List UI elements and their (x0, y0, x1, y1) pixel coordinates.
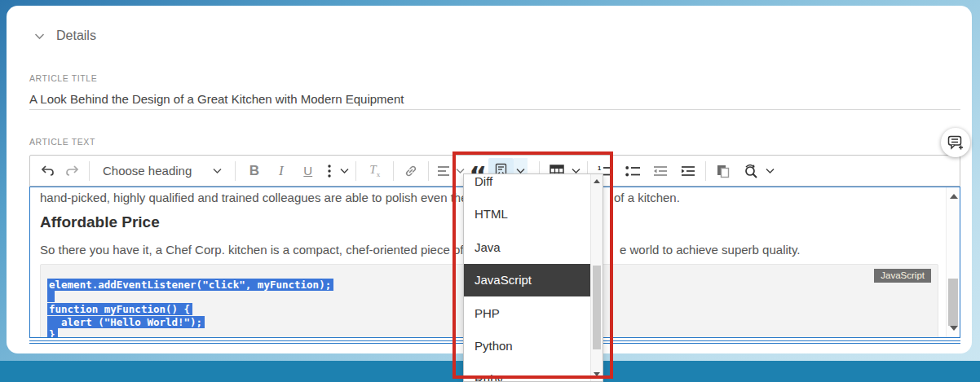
text-alignment-button[interactable] (434, 159, 453, 183)
chevron-down-icon (340, 168, 349, 174)
language-option-python[interactable]: Python (464, 330, 590, 363)
find-and-replace-chevron[interactable] (763, 159, 776, 183)
article-title-input[interactable]: A Look Behind the Design of a Great Kitc… (29, 92, 404, 106)
link-icon (404, 164, 418, 178)
decrease-indent-button[interactable] (648, 159, 673, 183)
decrease-indent-icon (653, 165, 668, 177)
italic-button[interactable]: I (267, 159, 294, 183)
increase-indent-button[interactable] (676, 159, 700, 183)
toolbar-separator (393, 161, 394, 181)
article-title-label: ARTICLE TITLE (29, 73, 97, 83)
paste-icon (716, 164, 731, 178)
language-option-php[interactable]: PHP (464, 296, 590, 330)
details-section-title: Details (56, 29, 96, 43)
scroll-down-arrow[interactable] (594, 372, 600, 376)
language-option-ruby[interactable]: Ruby (464, 362, 590, 382)
increase-indent-icon (681, 165, 695, 177)
heading-dropdown-label: Choose heading (103, 164, 192, 178)
editor-paragraph-fragment: of a kitchen. (614, 191, 680, 204)
language-option-java[interactable]: Java (464, 231, 590, 264)
more-formatting-chevron[interactable] (338, 159, 351, 183)
toolbar-separator (355, 161, 356, 181)
add-comment-icon (947, 135, 964, 151)
link-button[interactable] (399, 159, 423, 183)
kebab-icon (328, 165, 331, 178)
scroll-down-arrow[interactable] (950, 326, 958, 331)
add-comment-button[interactable] (941, 128, 970, 157)
editor-heading: Affordable Price (40, 213, 160, 231)
toolbar-separator (89, 161, 90, 181)
code-language-dropdown: DiffHTMLJavaJavaScriptPHPPythonRuby (463, 173, 603, 382)
scroll-up-arrow[interactable] (950, 194, 958, 199)
bold-button[interactable]: B (241, 159, 267, 183)
find-replace-icon (743, 164, 759, 178)
code-language-badge: JavaScript (874, 269, 931, 283)
language-option-diff[interactable]: Diff (464, 173, 590, 198)
scroll-up-arrow[interactable] (594, 179, 600, 183)
article-title-underline (29, 109, 960, 110)
language-option-html[interactable]: HTML (464, 198, 590, 231)
toolbar-separator (428, 161, 429, 181)
dropdown-scrollbar[interactable] (590, 174, 603, 381)
editor-paragraph-fragment: e world to achieve superb quality. (620, 243, 801, 257)
bulleted-list-icon (625, 165, 641, 178)
undo-button[interactable] (35, 159, 60, 183)
paste-button[interactable] (711, 159, 735, 183)
more-formatting-button[interactable] (321, 159, 338, 183)
code-language-list: DiffHTMLJavaJavaScriptPHPPythonRuby (464, 173, 590, 382)
scrollbar-thumb[interactable] (948, 279, 958, 326)
find-and-replace-button[interactable] (739, 159, 763, 183)
toolbar-separator (235, 161, 236, 181)
article-text-label: ARTICLE TEXT (29, 137, 95, 147)
redo-button[interactable] (60, 159, 84, 183)
details-section-header[interactable]: Details (34, 29, 96, 43)
chevron-down-icon (766, 168, 775, 174)
window-frame: Details ARTICLE TITLE A Look Behind the … (0, 0, 980, 382)
remove-format-button[interactable]: Tx (361, 159, 388, 183)
editor-scrollbar[interactable] (946, 187, 960, 337)
language-option-javascript[interactable]: JavaScript (464, 264, 590, 297)
align-left-icon (437, 165, 450, 177)
scrollbar-thumb[interactable] (593, 266, 601, 349)
chevron-down-icon[interactable] (34, 33, 45, 40)
toolbar-separator (705, 161, 706, 181)
underline-button[interactable]: U (294, 159, 321, 183)
chevron-down-icon (213, 168, 222, 174)
bulleted-list-button[interactable] (620, 159, 645, 183)
heading-dropdown[interactable]: Choose heading (95, 159, 230, 183)
